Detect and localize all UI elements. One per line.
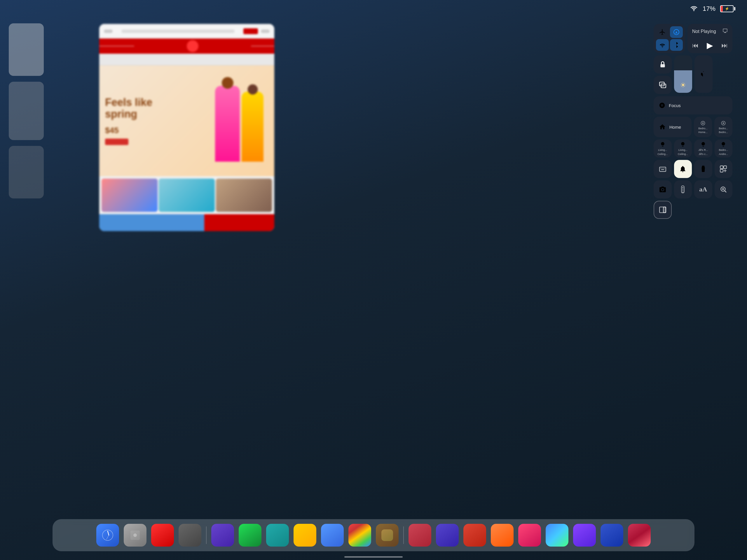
svg-point-0 <box>693 10 694 11</box>
svg-point-23 <box>682 192 684 193</box>
app-hero: Feels likespring $45 <box>99 66 274 176</box>
status-bar: 17% ⚡ <box>0 0 747 18</box>
dock-app-15[interactable] <box>491 524 514 546</box>
cc-col-lock-mirror <box>654 55 672 94</box>
cc-row-4: Home Bedro... Home... Bedro... Bedro... <box>654 117 732 137</box>
dock-app-16[interactable] <box>518 524 541 546</box>
svg-line-29 <box>106 535 109 539</box>
text-size-button[interactable]: aA <box>694 180 712 199</box>
svg-point-7 <box>702 123 704 124</box>
next-button[interactable]: ⏭ <box>721 42 728 49</box>
airplay-icon[interactable] <box>722 28 728 35</box>
app-products <box>99 176 274 214</box>
home-indicator <box>344 556 403 558</box>
svg-point-22 <box>682 190 684 191</box>
home-label: Home <box>669 125 681 130</box>
cc-row-2: ☀ <box>654 55 732 94</box>
remote-button[interactable] <box>674 180 692 199</box>
light-3[interactable]: Jill's R... Jill's c... <box>694 139 712 158</box>
screen-mirror-button[interactable] <box>654 76 672 94</box>
brightness-icon: ☀ <box>680 81 686 89</box>
dock-app-8[interactable] <box>293 524 316 546</box>
dock-app-9[interactable] <box>321 524 344 546</box>
home-accessory-1[interactable]: Bedro... Home... <box>694 117 712 137</box>
svg-line-28 <box>108 531 109 535</box>
dock-app-7[interactable] <box>266 524 289 546</box>
app-red-strip <box>99 39 274 54</box>
light-2[interactable]: Living... Ceiling... <box>674 139 692 158</box>
dock-app-18[interactable] <box>573 524 596 546</box>
dock-app-19[interactable] <box>600 524 623 546</box>
svg-rect-17 <box>724 166 727 169</box>
dock-app-6[interactable] <box>239 524 261 546</box>
dock-app-3[interactable] <box>151 524 174 546</box>
svg-rect-26 <box>663 207 666 213</box>
home-button[interactable]: Home <box>654 117 692 137</box>
battery-percent: 17% <box>703 5 716 12</box>
camera-button[interactable] <box>654 180 672 199</box>
dock-app-12[interactable] <box>409 524 431 546</box>
svg-rect-18 <box>720 169 723 172</box>
cc-row-5: Living... Ceiling... Living... Ceiling..… <box>654 139 732 158</box>
now-playing-tile[interactable]: Not Playing ⏮ ▶ ⏭ <box>688 24 732 53</box>
dock-app-11[interactable] <box>376 524 398 546</box>
light-1[interactable]: Living... Ceiling... <box>654 139 672 158</box>
dock-app-10[interactable] <box>349 524 371 546</box>
svg-rect-16 <box>720 166 723 169</box>
dock-separator-2 <box>403 527 404 544</box>
app-bottom-strip <box>99 214 274 231</box>
dock-app-17[interactable] <box>546 524 568 546</box>
battery-icon: ⚡ <box>720 5 735 12</box>
now-playing-title: Not Playing <box>692 29 716 34</box>
silent-button[interactable] <box>694 55 713 93</box>
svg-point-31 <box>133 533 137 537</box>
bluetooth-button[interactable] <box>670 39 683 51</box>
app-card-1[interactable] <box>9 23 44 76</box>
prev-button[interactable]: ⏮ <box>692 42 699 49</box>
cc-row-3: Focus <box>654 96 732 114</box>
dock-app-13[interactable] <box>436 524 459 546</box>
app-card-3[interactable] <box>9 146 44 199</box>
notification-style-button[interactable] <box>674 160 692 178</box>
svg-rect-3 <box>660 64 665 68</box>
app-switcher-cards <box>9 23 44 199</box>
cc-row-6 <box>654 160 732 178</box>
focus-label: Focus <box>669 103 681 108</box>
app-topbar <box>99 24 274 39</box>
svg-point-20 <box>682 187 684 188</box>
dock-app-14[interactable] <box>463 524 486 546</box>
wifi-icon <box>690 5 698 13</box>
svg-point-9 <box>723 123 724 124</box>
main-app-window[interactable]: Feels likespring $45 <box>99 24 274 231</box>
dock-app-safari[interactable] <box>96 524 119 546</box>
app-card-2[interactable] <box>9 82 44 140</box>
dock-app-photos[interactable] <box>124 524 147 546</box>
wifi-button[interactable] <box>656 39 669 51</box>
cellular-button[interactable] <box>670 26 683 38</box>
dock-app-5[interactable] <box>211 524 234 546</box>
app-content-header <box>99 54 274 66</box>
focus-button[interactable]: Focus <box>654 96 732 114</box>
dock <box>53 519 694 551</box>
magnifier-button[interactable] <box>715 180 733 199</box>
cc-row-8 <box>654 201 732 219</box>
light-4[interactable]: Bedro... Andre... <box>715 139 733 158</box>
airplane-button[interactable] <box>656 26 669 38</box>
svg-point-2 <box>676 31 677 33</box>
connectivity-tile[interactable] <box>654 24 685 53</box>
cc-row-1: Not Playing ⏮ ▶ ⏭ <box>654 24 732 53</box>
home-accessory-2[interactable]: Bedro... Bedro... <box>714 117 732 137</box>
cc-row-7: aA <box>654 180 732 199</box>
control-center: Not Playing ⏮ ▶ ⏭ <box>654 24 732 219</box>
play-button[interactable]: ▶ <box>707 41 713 50</box>
screen-lock-button[interactable] <box>654 55 672 74</box>
dock-app-4[interactable] <box>179 524 201 546</box>
slide-over-button[interactable] <box>654 201 672 219</box>
brightness-slider[interactable]: ☀ <box>674 55 692 93</box>
keyboard-brightness-button[interactable] <box>654 160 672 178</box>
dock-app-20[interactable] <box>628 524 651 546</box>
dock-separator <box>206 527 207 544</box>
add-widget-button[interactable] <box>715 160 733 178</box>
svg-point-21 <box>682 189 684 190</box>
flashlight-button[interactable] <box>694 160 712 178</box>
